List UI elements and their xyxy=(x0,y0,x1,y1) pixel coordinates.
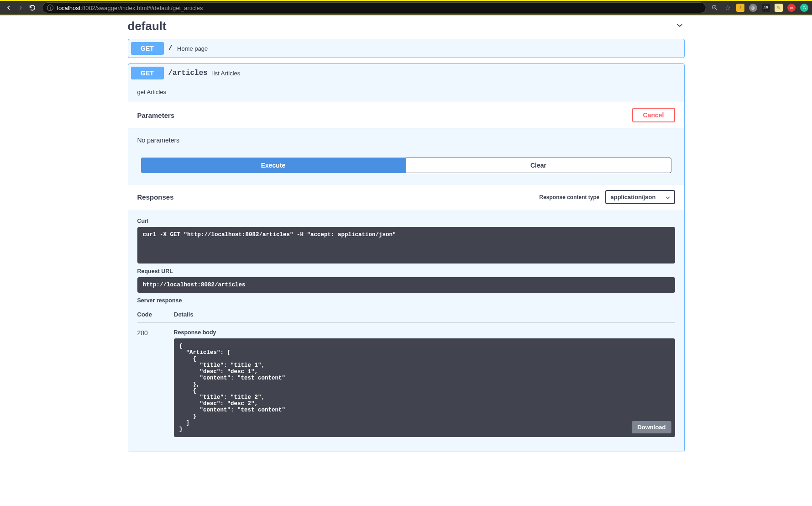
operation-description: get Articles xyxy=(128,82,684,102)
clear-button[interactable]: Clear xyxy=(406,158,671,173)
operation-block-home: GET / Home page xyxy=(128,39,685,58)
section-title: default xyxy=(128,19,167,33)
ext-icon-6[interactable]: G xyxy=(800,4,808,12)
zoom-icon[interactable] xyxy=(711,4,719,12)
curl-label: Curl xyxy=(137,218,675,224)
response-table-header: Code Details xyxy=(137,306,675,323)
request-url-label: Request URL xyxy=(137,268,675,274)
url-path: :8082/swagger/index.html#/default/get_ar… xyxy=(80,5,203,11)
response-body-block: { "Articles": [ { "title": "title 1", "d… xyxy=(174,338,675,437)
content-type-label: Response content type xyxy=(539,194,599,200)
content-type-select[interactable]: application/json xyxy=(605,190,675,204)
operation-summary-text: Home page xyxy=(177,45,208,52)
execute-button[interactable]: Execute xyxy=(141,158,406,173)
operation-path: / xyxy=(168,44,173,53)
operation-block-articles: GET /articles list Articles get Articles… xyxy=(128,63,685,452)
ext-icon-2[interactable]: ◎ xyxy=(749,4,757,12)
ext-icon-4[interactable]: ✎ xyxy=(775,4,783,12)
operation-summary[interactable]: GET /articles list Articles xyxy=(128,64,684,82)
section-header[interactable]: default xyxy=(128,16,685,39)
parameters-title: Parameters xyxy=(137,111,175,119)
download-button[interactable]: Download xyxy=(632,421,671,433)
response-body-label: Response body xyxy=(174,329,675,336)
parameters-body: No parameters Execute Clear xyxy=(128,128,684,184)
parameters-header: Parameters Cancel xyxy=(128,102,684,128)
back-button[interactable] xyxy=(4,3,14,13)
browser-toolbar: i localhost:8082/swagger/index.html#/def… xyxy=(0,1,812,15)
toolbar-icons: ☆ ! ◎ JB ✎ ∞ G xyxy=(711,4,808,12)
curl-block: curl -X GET "http://localhost:8082/artic… xyxy=(137,227,675,264)
ext-icon-1[interactable]: ! xyxy=(736,4,744,12)
url-host: localhost xyxy=(57,5,80,11)
ext-icon-3[interactable]: JB xyxy=(762,4,770,12)
ext-icon-5[interactable]: ∞ xyxy=(787,4,796,12)
no-parameters-text: No parameters xyxy=(137,137,675,144)
chevron-down-icon xyxy=(675,20,685,32)
response-code: 200 xyxy=(137,329,152,337)
method-badge: GET xyxy=(131,42,164,55)
url-bar[interactable]: i localhost:8082/swagger/index.html#/def… xyxy=(42,2,706,13)
operation-path: /articles xyxy=(168,69,208,77)
reload-button[interactable] xyxy=(27,3,37,13)
request-url-block: http://localhost:8082/articles xyxy=(137,277,675,293)
cancel-button[interactable]: Cancel xyxy=(632,108,675,122)
forward-button[interactable] xyxy=(16,3,26,13)
responses-title: Responses xyxy=(137,193,174,201)
response-body-text: { "Articles": [ { "title": "title 1", "d… xyxy=(179,343,286,432)
star-icon[interactable]: ☆ xyxy=(723,4,732,12)
code-header: Code xyxy=(137,311,152,318)
responses-header: Responses Response content type applicat… xyxy=(128,184,684,210)
operation-summary-text: list Articles xyxy=(212,70,240,77)
operation-summary[interactable]: GET / Home page xyxy=(128,39,684,58)
site-info-icon[interactable]: i xyxy=(47,5,53,11)
details-header: Details xyxy=(174,311,194,318)
method-badge: GET xyxy=(131,67,164,79)
responses-body: Curl curl -X GET "http://localhost:8082/… xyxy=(128,210,684,452)
response-row: 200 Response body { "Articles": [ { "tit… xyxy=(137,323,675,443)
server-response-label: Server response xyxy=(137,297,675,304)
